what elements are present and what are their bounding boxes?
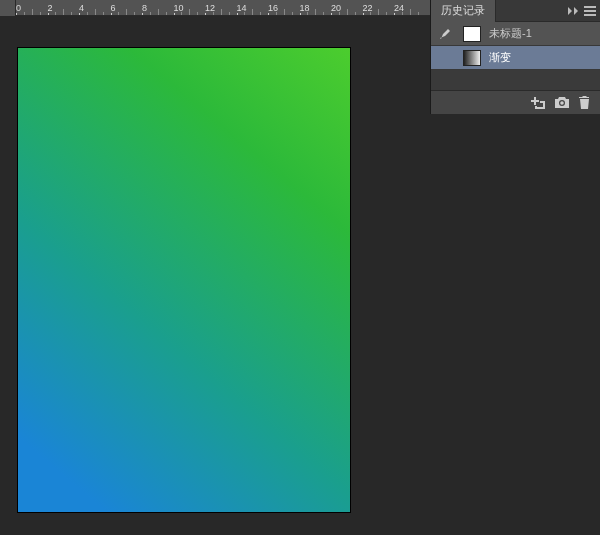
ruler-tick: 8 [142, 3, 147, 13]
history-empty-row [431, 70, 600, 90]
panel-footer [431, 90, 600, 114]
canvas-area [0, 16, 430, 535]
panel-menu-icon[interactable] [584, 6, 596, 16]
camera-icon[interactable] [555, 97, 569, 108]
brush-icon [439, 27, 455, 41]
document-canvas[interactable] [18, 48, 350, 512]
history-item-gradient[interactable]: 渐变 [431, 46, 600, 70]
ruler-corner [0, 0, 16, 16]
collapse-icon[interactable] [568, 7, 578, 15]
ruler-ticks: 024681012141618202224 [16, 0, 430, 15]
horizontal-ruler: 024681012141618202224 [0, 0, 430, 16]
ruler-tick: 0 [16, 3, 21, 13]
panel-tab-bar: 历史记录 [431, 0, 600, 22]
history-panel: 历史记录 未标题-1 渐变 [430, 0, 600, 114]
tab-history[interactable]: 历史记录 [431, 0, 496, 22]
ruler-tick: 4 [79, 3, 84, 13]
ruler-tick: 2 [48, 3, 53, 13]
history-list: 未标题-1 渐变 [431, 22, 600, 90]
history-item-document[interactable]: 未标题-1 [431, 22, 600, 46]
gradient-thumbnail [463, 50, 481, 66]
history-item-label: 未标题-1 [489, 26, 532, 41]
history-item-label: 渐变 [489, 50, 511, 65]
trash-icon[interactable] [579, 96, 590, 109]
document-thumbnail [463, 26, 481, 42]
create-snapshot-icon[interactable] [531, 97, 545, 109]
ruler-tick: 6 [111, 3, 116, 13]
